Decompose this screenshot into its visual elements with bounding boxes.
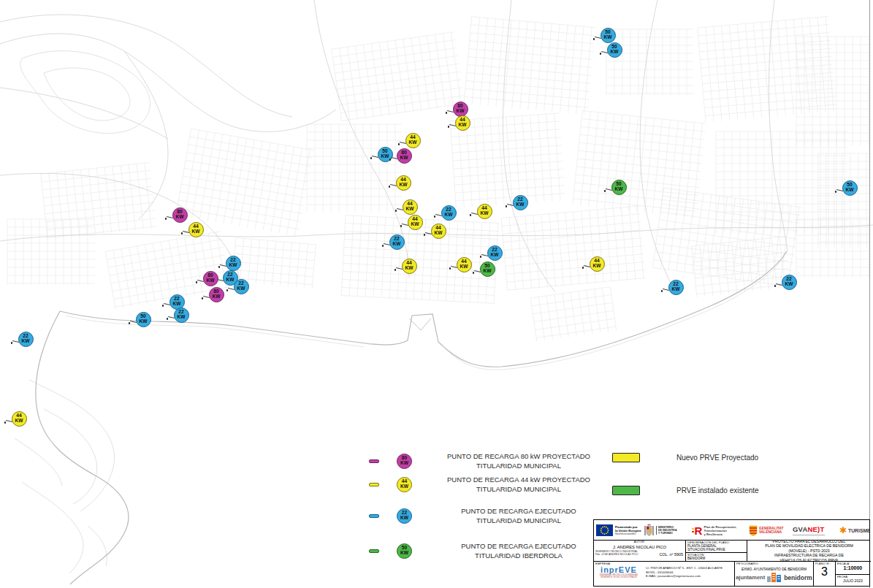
charging-point-marker-80kw[interactable]: 80KW (203, 271, 218, 286)
charging-point-marker-22kw[interactable]: 22KW (513, 195, 528, 210)
charging-point-marker-22kw[interactable]: 22KW (234, 279, 249, 294)
legend-line1: PUNTO DE RECARGA 80 kW PROYECTADO (447, 452, 590, 460)
inpreve-tagline: INGENIEROS TECNICOS INDUSTRIALES (595, 576, 642, 579)
area-legend-row-existente: PRVE instalado existente (612, 486, 759, 495)
company-cell: EMPRESA: inprEVE INGENIERIA Y PROYECTOS … (594, 562, 735, 587)
benidorm-building-icon (767, 573, 782, 582)
ajuntament-benidorm-logo: ajuntament benidorm (735, 573, 813, 582)
scale-date-cell: ESCALA: 1:10000 FECHA: JULIO 2023 (836, 562, 870, 587)
legend-line1: PUNTO DE RECARGA 44 kW PROYECTADO (447, 476, 590, 484)
date-value: JULIO 2023 (837, 579, 869, 583)
turisme-star-icon: ✱ (839, 526, 847, 535)
area-swatch-nuevo (612, 453, 640, 462)
generalitat-valenciana-logo: GENERALITAT VALENCIANA (749, 520, 783, 541)
charging-point-marker-80kw[interactable]: 80KW (209, 287, 224, 302)
legend-line2: TITULARIDAD MUNICIPAL (476, 485, 561, 493)
recovery-text: Plan de Recuperación, Transformación y R… (704, 525, 736, 536)
legend-text: PUNTO DE RECARGA EJECUTADO TITULARIDAD M… (431, 506, 606, 525)
charging-point-marker-44kw[interactable]: 44KW (405, 133, 421, 148)
legend-line1: PUNTO DE RECARGA EJECUTADO (461, 507, 576, 515)
charging-point-marker-22kw[interactable]: 22KW (668, 280, 684, 295)
gva-shield-icon (749, 525, 758, 536)
charging-point-marker-44kw[interactable]: 44KW (396, 175, 411, 191)
author-collegiate-number: COL. nº 5905 (659, 552, 683, 557)
gva-text: GENERALITAT VALENCIANA (759, 527, 783, 535)
charging-point-marker-44kw[interactable]: 44KW (403, 199, 418, 215)
badge-50kw: 50 KW (397, 543, 412, 559)
badge-unit: KW (400, 484, 408, 489)
plan-name-line2: SITUACION FINAL PRVE (687, 548, 745, 551)
charging-point-marker-44kw[interactable]: 44KW (431, 224, 446, 239)
swatch-44kw (369, 483, 379, 486)
charging-point-marker-50kw[interactable]: 50KW (611, 180, 627, 195)
author-signed: Fdo: JOSE ANDRES NICOLAU PICO (595, 553, 638, 556)
gvanext-logo: GVANE)T (793, 520, 825, 541)
sheet-number-value: 3 (814, 565, 835, 579)
legend-line2: TITULARIDAD MUNICIPAL (476, 462, 561, 470)
inpreve-logo: inprEVE INGENIERIA Y PROYECTOS DE ENERGI… (595, 566, 642, 579)
ministry-logo: MINISTERIO DE INDUSTRIA Y TURISMO (644, 520, 677, 541)
title-block: Financiado por la Unión Europea NextGene… (593, 519, 870, 587)
plan-cell: DENOMINACIÓN DEL PLANO: PLANTA GENERAL S… (686, 541, 747, 562)
charging-point-marker-44kw[interactable]: 44KW (457, 257, 472, 272)
project-title-cell: PROYECTO PARA EL DESARROLLO DEL PLAN DE … (747, 541, 871, 562)
legend-row-50kw: 50 KW PUNTO DE RECARGA EJECUTADO TITULAR… (369, 538, 606, 563)
author-label: AUTOR: (594, 541, 685, 543)
client-cell: PETICIONARIO: EXMO. AYUNTAMIENTO DE BENI… (735, 562, 814, 587)
turisme-text: TURISME (848, 528, 869, 533)
charging-point-marker-80kw[interactable]: 80KW (172, 207, 188, 223)
swatch-50kw (369, 549, 379, 553)
charging-point-marker-50kw[interactable]: 50KW (136, 312, 151, 327)
badge-unit: KW (400, 516, 408, 521)
inpreve-logo-text: inprEVE (595, 566, 642, 574)
charging-point-marker-22kw[interactable]: 22KW (441, 205, 457, 221)
client-name: EXMO. AYUNTAMIENTO DE BENIDORM (735, 568, 813, 571)
spain-coat-of-arms-icon (644, 524, 655, 538)
charging-point-marker-44kw[interactable]: 44KW (402, 259, 417, 274)
eu-flag-icon (596, 524, 613, 536)
benidorm-text: benidorm (784, 574, 812, 581)
gvanext-text: GVANE)T (793, 525, 824, 533)
recovery-plan-logo: R Plan de Recuperación, Transformación y… (692, 520, 736, 541)
eu-funding-logo: Financiado por la Unión Europea NextGene… (596, 520, 641, 541)
charging-point-marker-22kw[interactable]: 22KW (18, 332, 34, 347)
legend-line2: TITULARIDAD IBERDROLA (475, 551, 563, 560)
charging-point-marker-50kw[interactable]: 50KW (607, 42, 622, 58)
legend-row-44kw: 44 KW PUNTO DE RECARGA 44 kW PROYECTADO … (369, 472, 606, 497)
logo-strip: Financiado por la Unión Europea NextGene… (594, 520, 869, 541)
charging-points-layer: 50KW50KW80KW44KW44KW50KW80KW44KW50KW50KW… (0, 0, 873, 588)
badge-unit: KW (400, 461, 408, 466)
company-address: C/. PINTOR APARICIO Nº 5 - ENT. 1 - 0300… (646, 566, 723, 570)
charging-point-marker-80kw[interactable]: 80KW (453, 102, 468, 117)
eu-subtext: NextGenerationEU (615, 532, 641, 535)
charging-point-marker-22kw[interactable]: 22KW (782, 275, 797, 290)
charging-point-marker-44kw[interactable]: 44KW (188, 222, 204, 237)
charging-point-marker-50kw[interactable]: 50KW (480, 261, 495, 277)
charging-point-marker-44kw[interactable]: 44KW (477, 204, 492, 219)
badge-22kw: 22 KW (397, 508, 412, 524)
legend-row-22kw: 22 KW PUNTO DE RECARGA EJECUTADO TITULAR… (369, 503, 606, 528)
charging-point-marker-50kw[interactable]: 50KW (842, 180, 858, 196)
charging-point-marker-22kw[interactable]: 22KW (487, 245, 503, 261)
badge-44kw: 44 KW (397, 477, 412, 492)
area-swatch-existente (612, 486, 640, 495)
company-email: E-MAIL: joseandres@ingenieriaseu.com (646, 574, 723, 579)
area-legend-row-nuevo: Nuevo PRVE Proyectado (612, 453, 758, 462)
charging-point-marker-22kw[interactable]: 22KW (389, 234, 405, 250)
legend-text: PUNTO DE RECARGA 44 kW PROYECTADO TITULA… (431, 475, 606, 494)
swatch-80kw (369, 459, 379, 463)
recovery-dots-icon (692, 528, 694, 533)
ajuntament-text: ajuntament (736, 574, 765, 581)
charging-point-marker-44kw[interactable]: 44KW (12, 411, 27, 427)
charging-point-marker-44kw[interactable]: 44KW (455, 115, 470, 131)
charging-point-marker-44kw[interactable]: 44KW (590, 256, 605, 272)
charging-point-marker-22kw[interactable]: 22KW (226, 256, 241, 271)
legend-text: PUNTO DE RECARGA 80 kW PROYECTADO TITULA… (431, 451, 606, 470)
charging-point-marker-50kw[interactable]: 50KW (601, 28, 616, 43)
charging-point-marker-22kw[interactable]: 22KW (174, 308, 189, 323)
author-cell: AUTOR: J. ANDRES NICOLAU PICO INGENIERO … (594, 541, 686, 562)
charging-point-marker-80kw[interactable]: 80KW (397, 148, 412, 164)
charging-point-marker-44kw[interactable]: 44KW (408, 215, 423, 230)
location-value: BENIDORM (687, 557, 745, 560)
badge-80kw: 80 KW (397, 454, 412, 469)
